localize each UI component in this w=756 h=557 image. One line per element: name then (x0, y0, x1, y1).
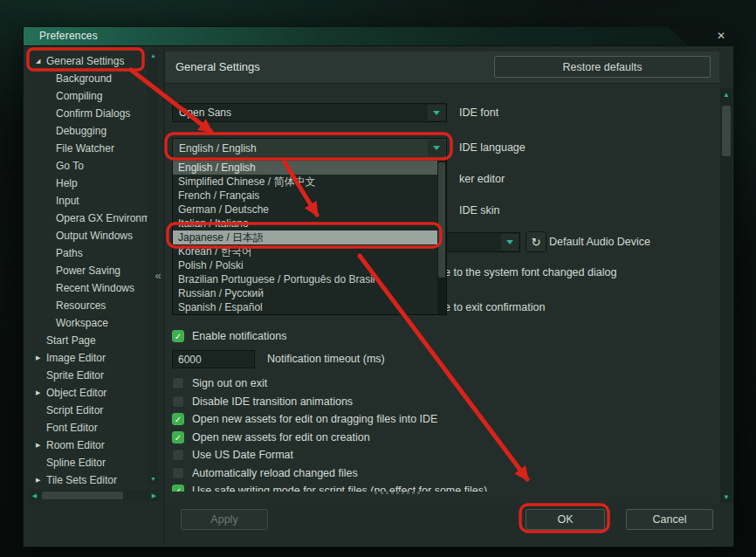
checkbox-unchecked-icon (172, 467, 184, 479)
sidebar-item-confirm-dialogs[interactable]: Confirm Dialogs (29, 105, 148, 122)
tree-collapsed-icon (36, 389, 46, 396)
sidebar-item-debugging[interactable]: Debugging (29, 122, 148, 140)
checkbox-sign-out-on-exit[interactable]: Sign out on exit (172, 375, 267, 391)
language-option-french[interactable]: French / Français (173, 189, 446, 203)
settings-content: Open Sans IDE font English / English IDE… (165, 84, 719, 503)
page-title: General Settings (175, 52, 260, 83)
sidebar-item-sprite-editor[interactable]: Sprite Editor (29, 367, 148, 384)
checkbox-checked-icon (172, 485, 184, 492)
sidebar-item-background[interactable]: Background (29, 70, 148, 87)
sidebar-collapse-button[interactable]: « (151, 268, 165, 284)
tree-expanded-icon (36, 58, 46, 65)
font-changed-dialog-partial-label: e to the system font changed dialog (444, 263, 616, 282)
sidebar-item-go-to[interactable]: Go To (29, 157, 148, 175)
ide-language-label: IDE language (459, 138, 526, 158)
window-title: Preferences (39, 27, 98, 45)
scroll-left-icon[interactable] (29, 490, 40, 501)
checkbox-checked-icon (172, 330, 184, 342)
sidebar-item-help[interactable]: Help (29, 175, 148, 192)
scroll-up-icon[interactable] (148, 50, 159, 61)
desktop: { "window": { "title": "Preferences" }, … (0, 0, 756, 557)
language-option-japanese[interactable]: Japanese / 日本語 (173, 230, 446, 244)
sidebar-horizontal-scrollbar[interactable] (29, 490, 160, 501)
editor-partial-label: ker editor (459, 169, 505, 189)
tree-collapsed-icon (36, 442, 46, 449)
language-option-polish[interactable]: Polish / Polski (173, 258, 446, 272)
language-option-simplified-chinese[interactable]: Simplified Chinese / 简体中文 (173, 175, 446, 189)
checkbox-enable-notifications[interactable]: Enable notifications (172, 328, 286, 344)
clipped-row-container: Use safe writing mode for script files (… (165, 481, 719, 492)
tree-collapsed-icon (36, 477, 46, 484)
ide-font-label: IDE font (459, 103, 498, 122)
language-option-italian[interactable]: Italian / Italiano (173, 217, 446, 230)
sidebar-item-object-editor[interactable]: Object Editor (29, 384, 148, 402)
ide-language-dropdown[interactable]: English / English (172, 138, 447, 158)
sidebar-item-opera-gx-environment[interactable]: Opera GX Environment (29, 210, 148, 227)
sidebar-item-image-editor[interactable]: Image Editor (29, 349, 148, 367)
sidebar-item-spline-editor[interactable]: Spline Editor (29, 454, 148, 471)
language-option-german[interactable]: German / Deutsche (173, 203, 446, 217)
sidebar-item-general-settings[interactable]: General Settings (29, 52, 148, 70)
checkbox-unchecked-icon (172, 377, 184, 389)
close-icon[interactable]: ✕ (717, 27, 725, 45)
language-option-brazilian-portuguese[interactable]: Brazilian Portuguese / Português do Bras… (173, 272, 446, 286)
scrollbar-thumb[interactable] (438, 162, 445, 278)
checkbox-checked-icon (172, 431, 184, 444)
sidebar-item-font-editor[interactable]: Font Editor (29, 419, 148, 437)
dropdown-arrow-icon[interactable] (501, 234, 519, 251)
checkbox-open-assets-on-drag[interactable]: Open new assets for edit on dragging fil… (172, 411, 437, 427)
sidebar-item-compiling[interactable]: Compiling (29, 87, 148, 105)
sidebar-item-output-windows[interactable]: Output Windows (29, 227, 148, 244)
sidebar-item-room-editor[interactable]: Room Editor (29, 437, 148, 454)
checkbox-clipped-row[interactable]: Use safe writing mode for script files (… (172, 483, 487, 492)
sidebar-item-power-saving[interactable]: Power Saving (29, 262, 148, 279)
ide-font-dropdown[interactable]: Open Sans (172, 103, 447, 122)
dropdown-arrow-icon[interactable] (428, 105, 445, 120)
language-option-russian[interactable]: Russian / Русский (173, 286, 446, 300)
checkbox-checked-icon (172, 413, 184, 425)
dropdown-arrow-icon[interactable] (428, 140, 445, 156)
language-dropdown-popup: English / English Simplified Chinese / 简… (172, 160, 447, 315)
scroll-right-icon[interactable] (148, 490, 160, 501)
scroll-up-icon[interactable] (720, 88, 732, 100)
checkbox-unchecked-icon (172, 449, 184, 461)
checkbox-auto-reload-files[interactable]: Automatically reload changed files (172, 465, 358, 481)
preferences-window: Preferences ✕ General Settings Backgroun… (23, 26, 734, 547)
scrollbar-thumb[interactable] (722, 106, 731, 156)
sidebar-item-tile-sets-editor[interactable]: Tile Sets Editor (29, 471, 148, 489)
sidebar-item-start-page[interactable]: Start Page (29, 332, 148, 349)
checkbox-open-assets-on-creation[interactable]: Open new assets for edit on creation (172, 430, 370, 445)
content-vertical-scrollbar[interactable] (720, 88, 732, 503)
scrollbar-thumb[interactable] (42, 492, 123, 499)
refresh-audio-icon[interactable]: ↻ (526, 231, 546, 252)
preferences-tree: General Settings Background Compiling Co… (29, 52, 148, 489)
sidebar-item-recent-windows[interactable]: Recent Windows (29, 279, 148, 297)
language-option-spanish[interactable]: Spanish / Español (173, 300, 446, 314)
sidebar-vertical-scrollbar[interactable] (148, 50, 159, 485)
notification-timeout-input[interactable] (172, 350, 255, 368)
title-bar: Preferences ✕ (24, 27, 733, 46)
checkbox-disable-transition-animations[interactable]: Disable IDE transition animations (172, 394, 353, 409)
language-option-english[interactable]: English / English (173, 161, 446, 175)
exit-confirmation-partial-label: e to exit confirmation (444, 298, 545, 317)
audio-device-label: Default Audio Device (549, 231, 650, 252)
tree-collapsed-icon (36, 354, 46, 361)
ide-skin-label: IDE skin (459, 201, 500, 220)
restore-defaults-button[interactable]: Restore defaults (494, 56, 711, 78)
sidebar-item-file-watcher[interactable]: File Watcher (29, 140, 148, 157)
sidebar-item-workspace[interactable]: Workspace (29, 314, 148, 332)
popup-scrollbar[interactable] (437, 161, 446, 314)
sidebar-item-resources[interactable]: Resources (29, 297, 148, 314)
dotted-separator (375, 492, 420, 494)
checkbox-unchecked-icon (172, 395, 184, 408)
cancel-button[interactable]: Cancel (626, 509, 713, 530)
ok-button[interactable]: OK (526, 509, 605, 530)
language-option-korean[interactable]: Korean / 한국어 (173, 244, 446, 258)
scroll-down-icon[interactable] (720, 491, 732, 503)
scroll-down-icon[interactable] (148, 473, 159, 485)
apply-button[interactable]: Apply (181, 509, 268, 530)
checkbox-us-date-format[interactable]: Use US Date Format (172, 447, 293, 463)
sidebar-item-paths[interactable]: Paths (29, 244, 148, 262)
sidebar-item-input[interactable]: Input (29, 192, 148, 210)
sidebar-item-script-editor[interactable]: Script Editor (29, 402, 148, 419)
